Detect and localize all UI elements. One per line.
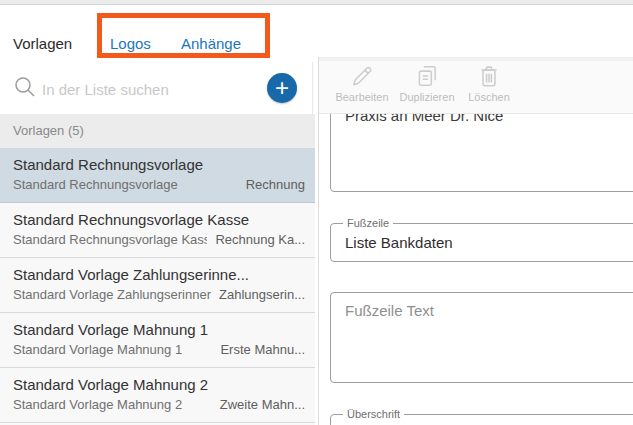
copy-icon xyxy=(414,63,440,89)
list-item-type: Zahlungserin... xyxy=(219,287,305,302)
edit-button[interactable]: Bearbeiten xyxy=(331,63,393,103)
app-window: Vorlagen Logos Anhänge + Vorlagen (5) St… xyxy=(0,0,633,425)
list-item-title: Standard Vorlage Mahnung 1 xyxy=(13,321,305,338)
trash-icon xyxy=(476,63,502,89)
list-item-zahlungserinnerung[interactable]: Standard Vorlage Zahlungserinne... Stand… xyxy=(0,258,315,313)
template-list: Standard Rechnungsvorlage Standard Rechn… xyxy=(0,148,315,425)
list-item-type: Rechnung Ka... xyxy=(215,232,305,247)
list-item-type: Erste Mahnu... xyxy=(220,342,305,357)
list-group-header: Vorlagen (5) xyxy=(0,114,315,148)
list-item-subtitle: Standard Rechnungsvorlage xyxy=(13,177,178,192)
list-item-subtitle: Standard Rechnungsvorlage Kasse xyxy=(13,232,207,247)
footer-field[interactable]: Fußzeile xyxy=(330,223,633,262)
list-item-type: Zweite Mahn... xyxy=(220,397,305,412)
search-input[interactable] xyxy=(40,62,254,116)
list-item-mahnung-1[interactable]: Standard Vorlage Mahnung 1 Standard Vorl… xyxy=(0,313,315,368)
footer-text-textarea[interactable] xyxy=(331,293,633,382)
list-item-rechnungsvorlage[interactable]: Standard Rechnungsvorlage Standard Rechn… xyxy=(0,148,315,203)
list-item-type: Rechnung xyxy=(246,177,305,192)
list-item-subtitle: Standard Vorlage Mahnung 1 xyxy=(13,342,182,357)
list-item-title: Standard Rechnungsvorlage Kasse xyxy=(13,211,305,228)
list-item-mahnung-2[interactable]: Standard Vorlage Mahnung 2 Standard Vorl… xyxy=(0,368,315,423)
footer-input[interactable] xyxy=(331,224,633,261)
pencil-icon xyxy=(349,63,375,89)
list-item-title: Standard Vorlage Zahlungserinne... xyxy=(13,266,305,283)
list-item-subtitle: Standard Vorlage Mahnung 2 xyxy=(13,397,182,412)
annotation-highlight-box xyxy=(97,13,270,58)
tab-vorlagen[interactable]: Vorlagen xyxy=(13,35,72,52)
duplicate-button[interactable]: Duplizieren xyxy=(394,63,460,103)
delete-button-label: Löschen xyxy=(468,91,510,103)
edit-button-label: Bearbeiten xyxy=(335,91,388,103)
list-item-title: Standard Vorlage Mahnung 2 xyxy=(13,376,305,393)
toolbar-top-edge xyxy=(319,57,633,61)
list-item-title: Standard Rechnungsvorlage xyxy=(13,156,305,173)
plus-icon: + xyxy=(275,76,289,100)
detail-toolbar: Bearbeiten Duplizieren Lö xyxy=(319,57,633,114)
footer-text-field[interactable] xyxy=(330,292,633,383)
heading-field-label: Überschrift xyxy=(343,408,404,421)
heading-field[interactable]: Überschrift xyxy=(330,414,633,425)
list-item-rechnungsvorlage-kasse[interactable]: Standard Rechnungsvorlage Kasse Standard… xyxy=(0,203,315,258)
duplicate-button-label: Duplizieren xyxy=(399,91,454,103)
search-icon xyxy=(14,76,36,102)
delete-button[interactable]: Löschen xyxy=(461,63,517,103)
list-item-subtitle: Standard Vorlage Zahlungserinnerung xyxy=(13,287,211,302)
add-template-button[interactable]: + xyxy=(267,73,297,103)
tab-bar: Vorlagen Logos Anhänge xyxy=(0,5,633,62)
